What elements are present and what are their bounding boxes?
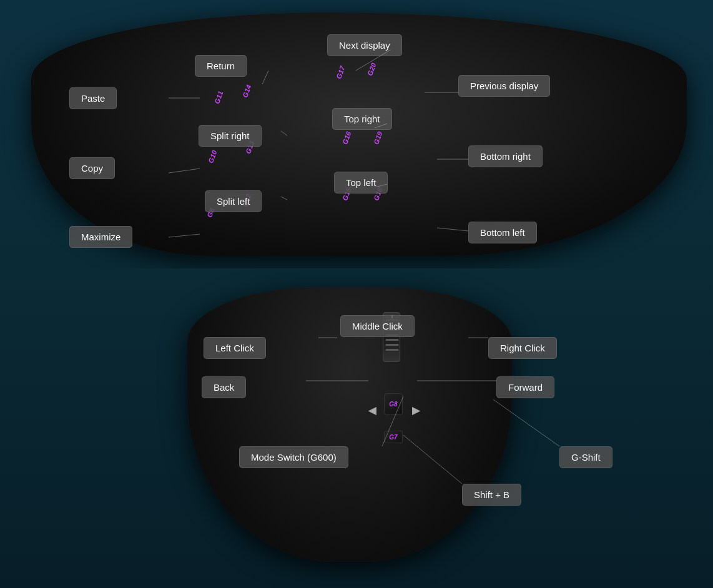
middle-click-label: Middle Click xyxy=(340,315,415,337)
left-click-label: Left Click xyxy=(204,337,266,359)
bottom-mouse-section: G8 G7 ◀ ▶ Middle Click Left Click Right … xyxy=(0,268,713,588)
mode-switch-label: Mode Switch (G600) xyxy=(239,446,348,468)
bottom-left-label: Bottom left xyxy=(468,222,537,243)
g7-mouse-button: G7 xyxy=(384,431,403,443)
top-mouse-section: G11 G14 G17 G20 G10 G13 G16 G19 G8 G12 G… xyxy=(0,0,713,268)
next-display-label: Next display xyxy=(327,34,402,56)
arrow-left-icon: ◀ xyxy=(368,404,376,416)
arrow-right-icon: ▶ xyxy=(412,404,420,416)
bottom-right-label: Bottom right xyxy=(468,145,543,167)
split-left-label: Split left xyxy=(205,190,262,212)
previous-display-label: Previous display xyxy=(458,75,550,97)
forward-label: Forward xyxy=(496,376,554,398)
top-right-label: Top right xyxy=(332,108,392,130)
top-left-label: Top left xyxy=(334,172,388,194)
right-click-label: Right Click xyxy=(488,337,557,359)
maximize-label: Maximize xyxy=(69,226,132,248)
return-label: Return xyxy=(195,55,247,77)
shift-b-label: Shift + B xyxy=(462,484,521,506)
g8-mouse-button: G8 xyxy=(384,393,403,415)
paste-label: Paste xyxy=(69,87,117,109)
gshift-label: G-Shift xyxy=(559,446,612,468)
split-right-label: Split right xyxy=(199,125,262,147)
copy-label: Copy xyxy=(69,157,115,179)
back-label: Back xyxy=(202,376,246,398)
